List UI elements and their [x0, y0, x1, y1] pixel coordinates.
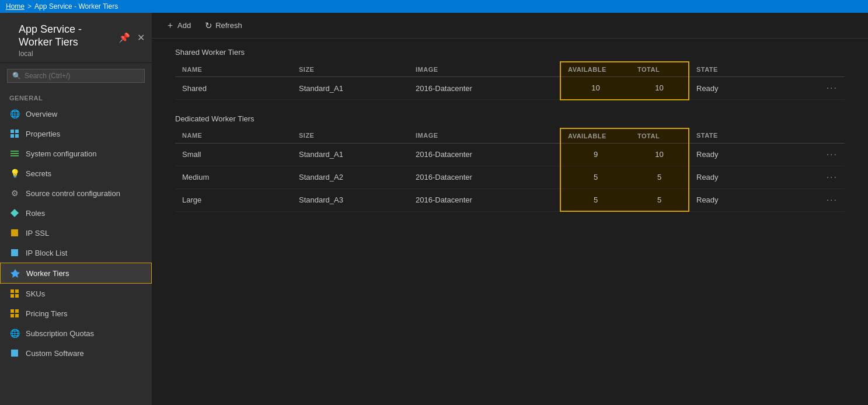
sidebar-item-label-worker-tiers: Worker Tiers	[26, 269, 69, 278]
roles-icon	[9, 208, 20, 218]
dedicated-medium-actions[interactable]: ···	[806, 166, 845, 188]
refresh-label: Refresh	[215, 21, 242, 30]
shared-col-total: TOTAL	[630, 62, 689, 77]
search-input[interactable]	[25, 72, 140, 80]
dedicated-col-image: IMAGE	[409, 128, 560, 144]
sidebar-item-worker-tiers[interactable]: Worker Tiers	[0, 263, 152, 284]
dedicated-row-small: Small Standard_A1 2016-Datacenter 9 10 R…	[175, 143, 845, 166]
sidebar-section-general: GENERAL	[0, 89, 152, 104]
add-label: Add	[177, 21, 191, 30]
sidebar-item-label-ip-block: IP Block List	[26, 249, 67, 257]
top-bar: Home > App Service - Worker Tiers	[0, 0, 868, 13]
sidebar-item-overview[interactable]: 🌐 Overview	[0, 104, 152, 124]
svg-marker-10	[11, 269, 20, 278]
shared-col-image: IMAGE	[409, 62, 560, 77]
dedicated-large-state: Ready	[689, 188, 806, 211]
subscription-quotas-icon: 🌐	[9, 328, 20, 338]
sidebar-item-subscription-quotas[interactable]: 🌐 Subscription Quotas	[0, 323, 152, 343]
svg-rect-17	[11, 314, 14, 317]
dedicated-col-available: AVAILABLE	[560, 128, 630, 144]
sidebar-item-label-roles: Roles	[26, 209, 45, 218]
svg-rect-18	[15, 314, 19, 317]
add-button[interactable]: ＋ Add	[163, 19, 193, 32]
dedicated-large-name: Large	[175, 188, 292, 211]
shared-col-actions	[806, 62, 845, 77]
pricing-tiers-icon	[9, 308, 20, 319]
svg-rect-11	[11, 289, 14, 293]
shared-row-more-icon[interactable]: ···	[827, 83, 838, 93]
toolbar: ＋ Add ↻ Refresh	[152, 13, 868, 39]
shared-row-total: 10	[630, 77, 689, 100]
sidebar: App Service - Worker Tiers local 📌 ✕ 🔍 G…	[0, 13, 152, 405]
shared-col-available: AVAILABLE	[560, 62, 630, 77]
shared-row-name: Shared	[175, 77, 292, 100]
source-control-icon: ⚙	[9, 188, 20, 198]
sidebar-item-source-control[interactable]: ⚙ Source control configuration	[0, 183, 152, 203]
shared-col-name: NAME	[175, 62, 292, 77]
breadcrumb-current: App Service - Worker Tiers	[34, 2, 118, 11]
dedicated-medium-name: Medium	[175, 166, 292, 188]
dedicated-medium-total: 5	[630, 166, 689, 188]
sidebar-subtitle: local	[19, 50, 109, 58]
dedicated-large-image: 2016-Datacenter	[409, 188, 560, 211]
overview-icon: 🌐	[9, 109, 20, 119]
shared-row-actions[interactable]: ···	[806, 77, 845, 100]
svg-rect-12	[15, 289, 19, 293]
search-box[interactable]: 🔍	[7, 69, 145, 83]
sidebar-item-label-subscription-quotas: Subscription Quotas	[26, 329, 94, 338]
dedicated-medium-available: 5	[560, 166, 630, 188]
sidebar-item-properties[interactable]: Properties	[0, 124, 152, 144]
dedicated-small-more-icon[interactable]: ···	[827, 149, 838, 159]
sidebar-item-pricing-tiers[interactable]: Pricing Tiers	[0, 303, 152, 323]
dedicated-row-medium: Medium Standard_A2 2016-Datacenter 5 5 R…	[175, 166, 845, 188]
dedicated-row-large: Large Standard_A3 2016-Datacenter 5 5 Re…	[175, 188, 845, 211]
svg-rect-8	[11, 229, 18, 236]
dedicated-medium-size: Standard_A2	[292, 166, 409, 188]
dedicated-medium-more-icon[interactable]: ···	[827, 172, 838, 182]
add-icon: ＋	[166, 20, 175, 31]
dedicated-small-name: Small	[175, 143, 292, 166]
sidebar-item-ip-block[interactable]: IP Block List	[0, 243, 152, 263]
svg-rect-3	[15, 134, 19, 138]
sidebar-item-label-source-control: Source control configuration	[26, 189, 120, 198]
dedicated-large-more-icon[interactable]: ···	[827, 195, 838, 205]
sidebar-item-label-ip-ssl: IP SSL	[26, 229, 49, 238]
shared-col-state: STATE	[689, 62, 806, 77]
dedicated-worker-tiers-table: NAME SIZE IMAGE AVAILABLE TOTAL STATE Sm…	[175, 128, 845, 212]
dedicated-col-name: NAME	[175, 128, 292, 144]
sidebar-item-system-configuration[interactable]: System configuration	[0, 144, 152, 163]
custom-software-icon	[9, 348, 20, 358]
tables-wrapper: Shared Worker Tiers NAME SIZE IMAGE AVAI…	[152, 39, 868, 217]
svg-rect-1	[15, 130, 19, 133]
dedicated-large-actions[interactable]: ···	[806, 188, 845, 211]
sidebar-item-skus[interactable]: SKUs	[0, 284, 152, 303]
svg-marker-7	[11, 209, 19, 217]
ip-block-icon	[9, 247, 20, 258]
dedicated-small-actions[interactable]: ···	[806, 143, 845, 166]
dedicated-col-size: SIZE	[292, 128, 409, 144]
svg-rect-2	[11, 134, 14, 138]
pin-icon[interactable]: 📌	[118, 32, 130, 43]
dedicated-worker-tiers-section: Dedicated Worker Tiers NAME SIZE IMAGE A…	[163, 105, 856, 217]
worker-tiers-icon	[10, 268, 20, 278]
sidebar-item-roles[interactable]: Roles	[0, 203, 152, 223]
dedicated-small-state: Ready	[689, 143, 806, 166]
refresh-button[interactable]: ↻ Refresh	[203, 19, 245, 32]
dedicated-col-state: STATE	[689, 128, 806, 144]
svg-rect-4	[11, 151, 19, 152]
sidebar-item-custom-software[interactable]: Custom Software	[0, 343, 152, 363]
dedicated-col-actions	[806, 128, 845, 144]
svg-rect-14	[15, 294, 19, 298]
dedicated-large-available: 5	[560, 188, 630, 211]
breadcrumb-home[interactable]: Home	[6, 2, 25, 11]
sidebar-title: App Service - Worker Tiers	[19, 23, 109, 48]
shared-row-available: 10	[560, 77, 630, 100]
svg-rect-16	[15, 309, 19, 313]
dedicated-small-image: 2016-Datacenter	[409, 143, 560, 166]
dedicated-col-total: TOTAL	[630, 128, 689, 144]
sidebar-item-label-overview: Overview	[26, 110, 57, 118]
shared-col-size: SIZE	[292, 62, 409, 77]
sidebar-item-ip-ssl[interactable]: IP SSL	[0, 223, 152, 243]
sidebar-item-secrets[interactable]: 💡 Secrets	[0, 163, 152, 183]
close-icon[interactable]: ✕	[137, 32, 145, 43]
